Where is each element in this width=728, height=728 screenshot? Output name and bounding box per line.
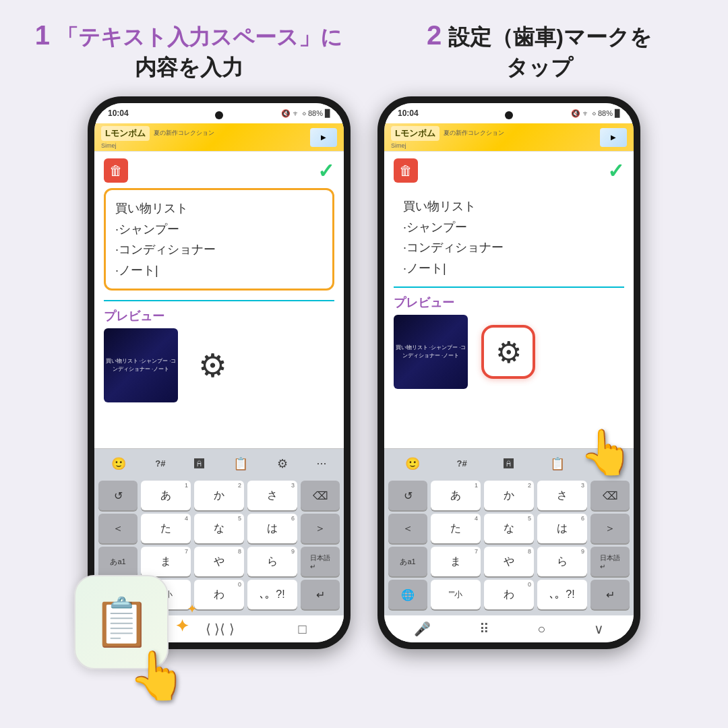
settings-icon-toolbar[interactable]: ⚙: [277, 456, 288, 471]
key-left-2[interactable]: ＜: [388, 514, 427, 543]
phone2-wrapper: 10:04 🔇 ᯤ ⊙ 88% ▉ Lモンボム 夏の新作コレクション: [377, 96, 640, 649]
preview-thumbnail-2: 買い物リスト ·シャンプー ·コンディショナー ·ノート: [394, 315, 468, 389]
key-a-2[interactable]: あ1: [431, 481, 481, 510]
key-nihongo-2[interactable]: 日本語↵: [590, 547, 630, 576]
key-ra[interactable]: ら9: [247, 547, 297, 576]
key-globe-2[interactable]: 🌐: [388, 580, 427, 609]
action-bar-1: 🗑 ✓: [104, 158, 334, 183]
key-enter-2[interactable]: ↵: [590, 580, 630, 609]
preview-label-2: プレビュー: [394, 295, 624, 311]
battery-info: 🔇 ᯤ ⊙ 88% ▉: [281, 109, 330, 118]
key-sa[interactable]: さ3: [247, 481, 297, 510]
hand-cursor-2: 👆: [579, 427, 634, 478]
symbol-icon-2[interactable]: ?#: [457, 458, 467, 468]
ad-banner: Lモンボム 夏の新作コレクション Simej ▶: [94, 123, 344, 152]
gear-icon-highlighted[interactable]: ⚙: [481, 325, 535, 379]
step2-label: 2 設定（歯車)マークを タップ: [377, 20, 701, 83]
key-ko-2[interactable]: ""小: [431, 580, 481, 609]
key-wa[interactable]: わ0: [194, 580, 244, 609]
text-input-area-1[interactable]: 買い物リスト ·シャンプー ·コンディショナー ·ノート|: [104, 188, 334, 291]
key-row-3: あa1 ま7 や8 ら9 日本語↵: [97, 547, 341, 576]
keyboard-2: ↺ あ1 か2 さ3 ⌫ ＜ た4 な5 は6 ＞ あa1: [384, 478, 634, 615]
nav-home-2[interactable]: ⠿: [479, 621, 489, 637]
key-sa-2[interactable]: さ3: [537, 481, 587, 510]
preview-text-1: 買い物リスト ·シャンプー ·コンディショナー ·ノート: [104, 357, 178, 375]
time-2: 10:04: [398, 109, 419, 118]
key-right[interactable]: ＞: [301, 514, 340, 543]
trash-button-2[interactable]: 🗑: [394, 158, 418, 183]
key-punct[interactable]: ､。?!: [247, 580, 297, 609]
symbol-icon[interactable]: ?#: [155, 458, 165, 468]
key-ha[interactable]: は6: [247, 514, 297, 543]
nav-home[interactable]: ⟨ ⟩⟨ ⟩: [206, 621, 235, 637]
key-a1[interactable]: あa1: [98, 547, 138, 576]
key-ra-2[interactable]: ら9: [537, 547, 587, 576]
key-a1-2[interactable]: あa1: [388, 547, 427, 576]
key-right-2[interactable]: ＞: [590, 514, 630, 543]
key-ka[interactable]: か2: [194, 481, 244, 510]
key-enter[interactable]: ↵: [301, 580, 340, 609]
key-row-2-2: ＜ た4 な5 は6 ＞: [387, 514, 631, 543]
ad-logo-2: Lモンボム: [391, 126, 439, 141]
divider-1: [104, 300, 334, 301]
key-na-2[interactable]: な5: [484, 514, 534, 543]
key-row-2-4: 🌐 ""小 わ0 ､。?! ↵: [387, 580, 631, 609]
step1-num: 1: [35, 20, 50, 50]
key-reset-2[interactable]: ↺: [388, 481, 427, 510]
step1-label: 1 「テキスト入力スペース」に 内容を入力: [27, 20, 351, 83]
key-ya-2[interactable]: や8: [484, 547, 534, 576]
key-row-2-3: あa1 ま7 や8 ら9 日本語↵: [387, 547, 631, 576]
step2-num: 2: [427, 20, 442, 50]
key-na[interactable]: な5: [194, 514, 244, 543]
text-input-area-2[interactable]: 買い物リスト ·シャンプー ·コンディショナー ·ノート|: [394, 188, 624, 288]
clipboard-icon-2[interactable]: 📋: [550, 456, 565, 471]
key-ya[interactable]: や8: [194, 547, 244, 576]
nav-recent[interactable]: □: [299, 621, 307, 637]
key-ta-2[interactable]: た4: [431, 514, 481, 543]
key-row-2-1: ↺ あ1 か2 さ3 ⌫: [387, 481, 631, 510]
key-ma[interactable]: ま7: [141, 547, 191, 576]
caps-icon[interactable]: 🅰: [194, 458, 204, 469]
key-a[interactable]: あ1: [141, 481, 191, 510]
app-area-1: 🗑 ✓ 買い物リスト ·シャンプー ·コンディショナー ·ノート| プレビュー: [94, 152, 344, 448]
clipboard-icon[interactable]: 📋: [233, 456, 248, 471]
camera-notch: [215, 111, 223, 119]
nav-circle-2[interactable]: ○: [537, 621, 545, 637]
phone1-inner: 10:04 🔇 ᯤ ⊙ 88% ▉ Lモンボム 夏の新作コレクション: [94, 103, 344, 642]
preview-col-2: プレビュー 買い物リスト ·シャンプー ·コンディショナー ·ノート ⚙: [394, 295, 624, 392]
gear-icon-1[interactable]: ⚙: [198, 346, 227, 384]
bottom-nav-2: 🎤 ⠿ ○ ∨: [384, 615, 634, 642]
preview-thumbnail-1: 買い物リスト ·シャンプー ·コンディショナー ·ノート: [104, 328, 178, 402]
phone2: 10:04 🔇 ᯤ ⊙ 88% ▉ Lモンボム 夏の新作コレクション: [377, 96, 640, 649]
key-backspace[interactable]: ⌫: [301, 481, 340, 510]
key-backspace-2[interactable]: ⌫: [590, 481, 630, 510]
action-bar-2: 🗑 ✓: [394, 158, 624, 183]
battery-info-2: 🔇 ᯤ ⊙ 88% ▉: [571, 109, 620, 118]
key-wa-2[interactable]: わ0: [484, 580, 534, 609]
emoji-icon[interactable]: 🙂: [111, 456, 126, 471]
nav-recent-2[interactable]: ∨: [594, 621, 604, 637]
preview-col-1: プレビュー 買い物リスト ·シャンプー ·コンディショナー ·ノート ⚙: [104, 308, 334, 405]
phone1: 10:04 🔇 ᯤ ⊙ 88% ▉ Lモンボム 夏の新作コレクション: [88, 96, 351, 649]
top-labels: 1 「テキスト入力スペース」に 内容を入力 2 設定（歯車)マークを タップ: [13, 20, 715, 83]
key-reset[interactable]: ↺: [98, 481, 138, 510]
caps-icon-2[interactable]: 🅰: [504, 458, 514, 469]
more-icon[interactable]: ···: [317, 456, 327, 471]
hand-cursor-1: 👆: [128, 648, 187, 703]
key-punct-2[interactable]: ､。?!: [537, 580, 587, 609]
emoji-icon-2[interactable]: 🙂: [405, 456, 420, 471]
phones-section: 10:04 🔇 ᯤ ⊙ 88% ▉ Lモンボム 夏の新作コレクション: [88, 96, 640, 715]
key-ka-2[interactable]: か2: [484, 481, 534, 510]
key-ta[interactable]: た4: [141, 514, 191, 543]
key-left[interactable]: ＜: [98, 514, 138, 543]
ad-logo: Lモンボム: [101, 126, 150, 141]
trash-button-1[interactable]: 🗑: [104, 158, 128, 183]
mic-icon[interactable]: 🎤: [414, 621, 431, 637]
trash-icon-1: 🗑: [109, 163, 123, 179]
time: 10:04: [108, 109, 129, 118]
key-ha-2[interactable]: は6: [537, 514, 587, 543]
key-row-1: ↺ あ1 か2 さ3 ⌫: [97, 481, 341, 510]
key-ma-2[interactable]: ま7: [431, 547, 481, 576]
check-icon-2: ✓: [607, 159, 624, 183]
key-nihongo[interactable]: 日本語↵: [301, 547, 340, 576]
